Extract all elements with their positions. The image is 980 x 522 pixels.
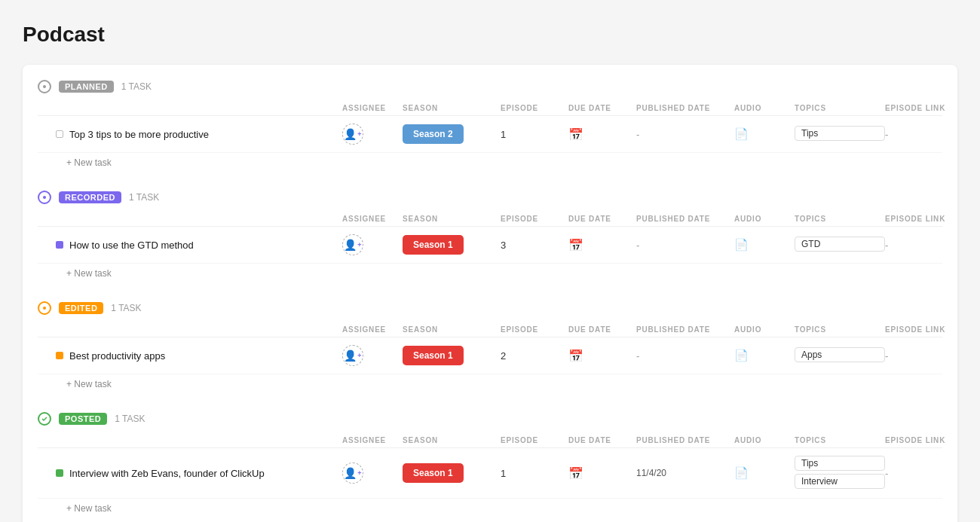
season-badge[interactable]: Season 2 [403, 124, 464, 144]
task-assignee[interactable]: 👤+ [342, 345, 403, 366]
task-due-date[interactable]: 📅 [568, 127, 636, 142]
section-header-recorded: RECORDED1 TASK [38, 191, 942, 204]
task-assignee[interactable]: 👤+ [342, 124, 403, 145]
task-audio[interactable]: 📄 [734, 127, 795, 141]
task-name-text: How to use the GTD method [69, 240, 194, 251]
task-due-date[interactable]: 📅 [568, 349, 636, 363]
task-name-text: Best productivity apps [69, 350, 165, 362]
page-title: Podcast [23, 23, 957, 47]
section-task-count-planned: 1 TASK [121, 81, 152, 92]
task-topics: Tips [795, 126, 885, 142]
assignee-icon[interactable]: 👤+ [342, 124, 363, 145]
topic-tag[interactable]: GTD [795, 237, 885, 252]
calendar-icon[interactable]: 📅 [568, 350, 583, 362]
task-season[interactable]: Season 2 [403, 124, 501, 144]
task-due-date[interactable]: 📅 [568, 466, 636, 481]
column-headers: ASSIGNEESEASONEPISODEDUE DATEPUBLISHED D… [38, 321, 942, 337]
col-header-empty [56, 436, 342, 444]
assignee-icon[interactable]: 👤+ [342, 234, 363, 255]
topic-tag[interactable]: Apps [795, 347, 885, 362]
col-header-published_date: PUBLISHED DATE [636, 325, 734, 334]
audio-icon[interactable]: 📄 [734, 349, 749, 362]
new-task-posted[interactable]: + New task [38, 499, 942, 518]
audio-icon[interactable]: 📄 [734, 127, 749, 140]
column-headers: ASSIGNEESEASONEPISODEDUE DATEPUBLISHED D… [38, 432, 942, 448]
col-header-season: SEASON [403, 325, 501, 334]
task-season[interactable]: Season 1 [403, 235, 501, 255]
section-header-posted: POSTED1 TASK [38, 412, 942, 426]
section-recorded: RECORDED1 TASKASSIGNEESEASONEPISODEDUE D… [38, 191, 942, 283]
section-badge-posted: POSTED [59, 413, 107, 425]
col-header-episode: EPISODE [501, 215, 568, 223]
task-name: How to use the GTD method [56, 240, 342, 251]
task-name: Interview with Zeb Evans, founder of Cli… [56, 468, 342, 479]
col-header-assignee: ASSIGNEE [342, 325, 403, 334]
svg-point-2 [43, 307, 46, 310]
col-header-due_date: DUE DATE [568, 215, 636, 223]
season-badge[interactable]: Season 1 [403, 235, 464, 255]
col-header-assignee: ASSIGNEE [342, 104, 403, 112]
section-header-edited: EDITED1 TASK [38, 301, 942, 315]
col-header-assignee: ASSIGNEE [342, 436, 403, 444]
task-assignee[interactable]: 👤+ [342, 234, 403, 255]
col-header-published_date: PUBLISHED DATE [636, 436, 734, 444]
task-assignee[interactable]: 👤+ [342, 462, 403, 484]
section-circle-recorded [38, 191, 51, 204]
task-name-text: Interview with Zeb Evans, founder of Cli… [69, 468, 265, 479]
task-season[interactable]: Season 1 [403, 463, 501, 483]
new-task-recorded[interactable]: + New task [38, 264, 942, 283]
col-header-episode_link: EPISODE LINK [885, 325, 960, 334]
section-task-count-posted: 1 TASK [115, 414, 145, 424]
assignee-icon[interactable]: 👤+ [342, 462, 363, 484]
board: PLANNED1 TASKASSIGNEESEASONEPISODEDUE DA… [23, 65, 957, 522]
table-row: Top 3 tips to be more productive👤+Season… [38, 116, 942, 153]
col-header-empty [56, 325, 342, 334]
task-episode-link: - [885, 240, 960, 251]
assignee-icon[interactable]: 👤+ [342, 345, 363, 366]
audio-icon[interactable]: 📄 [734, 238, 749, 251]
section-circle-planned [38, 80, 51, 93]
col-header-audio: AUDIO [734, 215, 795, 223]
task-name: Top 3 tips to be more productive [56, 129, 342, 140]
column-headers: ASSIGNEESEASONEPISODEDUE DATEPUBLISHED D… [38, 99, 942, 116]
task-audio[interactable]: 📄 [734, 466, 795, 480]
task-audio[interactable]: 📄 [734, 349, 795, 362]
season-badge[interactable]: Season 1 [403, 463, 464, 483]
col-header-episode: EPISODE [501, 104, 568, 112]
new-task-planned[interactable]: + New task [38, 153, 942, 172]
table-row: Best productivity apps👤+Season 12📅-📄Apps… [38, 337, 942, 374]
section-task-count-recorded: 1 TASK [129, 192, 159, 203]
calendar-icon[interactable]: 📅 [568, 239, 583, 252]
topic-tag[interactable]: Interview [795, 474, 885, 489]
col-header-audio: AUDIO [734, 436, 795, 444]
task-topics: Apps [795, 347, 885, 364]
task-name: Best productivity apps [56, 350, 342, 362]
column-headers: ASSIGNEESEASONEPISODEDUE DATEPUBLISHED D… [38, 210, 942, 227]
task-episode: 3 [501, 240, 568, 251]
task-published-date: 11/4/20 [636, 468, 734, 478]
calendar-icon[interactable]: 📅 [568, 128, 583, 141]
col-header-empty [56, 104, 342, 112]
task-due-date[interactable]: 📅 [568, 238, 636, 252]
task-episode: 1 [501, 468, 568, 479]
season-badge[interactable]: Season 1 [403, 346, 464, 365]
section-circle-edited [38, 301, 51, 315]
section-badge-recorded: RECORDED [59, 191, 121, 203]
audio-icon[interactable]: 📄 [734, 466, 749, 479]
col-header-due_date: DUE DATE [568, 436, 636, 444]
section-edited: EDITED1 TASKASSIGNEESEASONEPISODEDUE DAT… [38, 301, 942, 394]
section-task-count-edited: 1 TASK [111, 303, 141, 313]
task-season[interactable]: Season 1 [403, 346, 501, 365]
topic-tag[interactable]: Tips [795, 456, 885, 471]
task-published-date: - [636, 350, 734, 362]
col-header-topics: TOPICS [795, 104, 885, 112]
calendar-icon[interactable]: 📅 [568, 467, 583, 480]
col-header-topics: TOPICS [795, 436, 885, 444]
new-task-edited[interactable]: + New task [38, 374, 942, 394]
task-audio[interactable]: 📄 [734, 238, 795, 252]
col-header-season: SEASON [403, 104, 501, 112]
col-header-episode_link: EPISODE LINK [885, 104, 960, 112]
task-dot [56, 130, 63, 138]
col-header-published_date: PUBLISHED DATE [636, 104, 734, 112]
topic-tag[interactable]: Tips [795, 126, 885, 141]
